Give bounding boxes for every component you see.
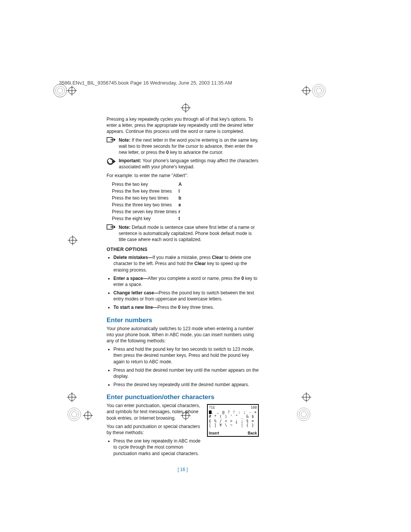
enter-numbers-list: Press and hold the pound key for two sec…: [107, 346, 259, 388]
enter-punct-list: Press the one key repeatedly in ABC mode…: [107, 438, 203, 457]
screen-row: # * ( ) ' " _ & $: [209, 414, 257, 419]
screen-counter: 160: [251, 406, 257, 409]
example-char: t: [178, 215, 186, 222]
page-content: Pressing a key repeatedly cycles you thr…: [107, 116, 259, 473]
note-label: Note:: [119, 137, 131, 143]
list-item: Press and hold the desired number key un…: [113, 367, 259, 379]
note-icon: [107, 224, 116, 243]
screen-indicator: ?1£: [209, 406, 215, 409]
example-char: e: [178, 201, 186, 208]
other-options-heading: OTHER OPTIONS: [107, 246, 259, 253]
softkey-insert: Insert: [209, 431, 219, 436]
important-block: Important: Your phone's language setting…: [107, 158, 259, 170]
list-item: Enter a space—After you complete a word …: [113, 275, 259, 288]
softkey-back: Back: [248, 431, 257, 436]
note-block: Note: Default mode is sentence case wher…: [107, 224, 259, 243]
example-char: b: [178, 195, 186, 201]
enter-punct-heading: Enter punctuation/other characters: [107, 393, 259, 402]
note-block: Note: If the next letter in the word you…: [107, 137, 259, 156]
example-char: A: [178, 181, 186, 188]
example-action: Press the two key two times: [112, 195, 178, 201]
screen-row: . , @ ? ! : ; - +: [209, 410, 257, 415]
important-icon: [107, 158, 116, 170]
note-text2: key to advance the cursor.: [169, 150, 223, 155]
list-item: Delete mistakes—If you make a mistake, p…: [113, 254, 259, 273]
enter-numbers-intro: Your phone automatically switches to 123…: [107, 326, 259, 344]
running-header: 3586i.ENv1_BIL_9356745.book Page 16 Wedn…: [59, 80, 352, 86]
enter-punct-p2: You can add punctuation or special chara…: [107, 423, 203, 436]
example-char: r: [178, 208, 186, 215]
list-item: Change letter case—Press the pound key t…: [113, 290, 259, 302]
list-item: Press the one key repeatedly in ABC mode…: [113, 438, 203, 457]
note-text: Default mode is sentence case where firs…: [119, 225, 255, 242]
example-action: Press the two key: [112, 181, 178, 188]
screen-row: [ ] ¥ \ ~ ` | { }: [209, 423, 257, 428]
page-number: [ 16 ]: [107, 466, 259, 473]
intro-paragraph: Pressing a key repeatedly cycles you thr…: [107, 116, 259, 135]
list-item: To start a new line—Press the 0 key thre…: [113, 304, 259, 310]
list-item: Press the desired key repeatedly until t…: [113, 382, 259, 388]
example-char: l: [178, 188, 186, 195]
example-action: Press the five key three times: [112, 188, 178, 195]
example-intro: For example: to enter the name "Albert":: [107, 173, 259, 179]
note-label: Note:: [119, 225, 131, 230]
important-label: Important:: [119, 158, 141, 163]
example-action: Press the seven key three times: [112, 208, 178, 215]
enter-numbers-heading: Enter numbers: [107, 316, 259, 325]
screen-row: £ % / < > ¿ ¡ § =: [209, 419, 257, 423]
example-table: Press the two keyA Press the five key th…: [112, 181, 259, 222]
phone-screen-illustration: ?1£160 . , @ ? ! : ; - + # * ( ) ' " _ &…: [207, 404, 259, 437]
other-options-list: Delete mistakes—If you make a mistake, p…: [107, 254, 259, 311]
example-action: Press the eight key: [112, 215, 178, 222]
note-icon: [107, 137, 116, 156]
example-action: Press the three key two times: [112, 201, 178, 208]
enter-punct-p1: You can enter punctuation, special chara…: [107, 403, 203, 421]
list-item: Press and hold the pound key for two sec…: [113, 346, 259, 365]
